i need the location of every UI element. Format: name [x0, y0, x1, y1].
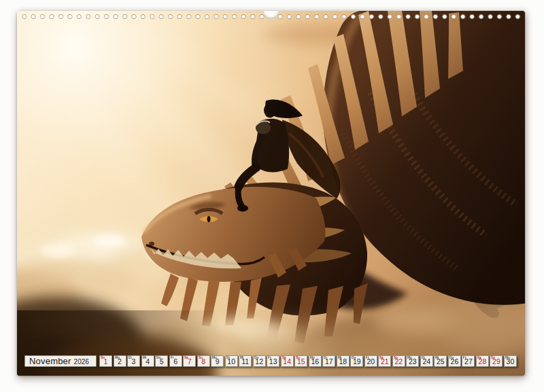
calendar-page: November 2026 So 1 Mo 2 Di — [17, 11, 525, 376]
day-cell: Mo 2 — [114, 355, 126, 367]
day-cell: Mi 4 — [141, 355, 154, 367]
day-cell: Fr 6 — [169, 355, 182, 367]
month-label: November — [29, 356, 71, 367]
day-cell: Do 5 — [155, 355, 168, 367]
day-cell: Di 17 — [322, 355, 335, 367]
day-cell: Do 26 — [448, 355, 461, 367]
day-number: 8 — [198, 358, 209, 366]
day-cells: So 1 Mo 2 Di 3 Mi 4 — [99, 355, 517, 367]
calendar-product-photo: November 2026 So 1 Mo 2 Di — [0, 0, 544, 392]
day-cell: Mi 25 — [434, 355, 447, 367]
day-number: 25 — [435, 358, 446, 366]
day-cell: So 8 — [197, 355, 210, 367]
day-cell: Sa 14 — [281, 355, 294, 367]
day-cell: Fr 27 — [462, 355, 475, 367]
date-strip: November 2026 So 1 Mo 2 Di — [24, 355, 517, 367]
day-number: 5 — [156, 358, 167, 366]
day-number: 27 — [462, 358, 474, 366]
day-cell: Sa 7 — [183, 355, 196, 367]
day-cell: Sa 28 — [476, 355, 489, 367]
calendar-artwork — [17, 11, 525, 376]
day-number: 19 — [351, 358, 362, 366]
day-cell: Do 12 — [253, 355, 266, 367]
day-number: 18 — [337, 358, 349, 366]
day-number: 24 — [421, 358, 432, 366]
day-number: 7 — [184, 358, 195, 366]
day-cell: Fr 20 — [364, 355, 377, 367]
day-number: 15 — [295, 358, 307, 366]
day-cell: Mo 30 — [504, 355, 517, 367]
day-cell: Sa 21 — [378, 355, 391, 367]
day-number: 12 — [254, 358, 265, 366]
foreground-haze — [17, 11, 525, 376]
day-number: 6 — [170, 358, 182, 366]
day-number: 30 — [505, 358, 516, 366]
month-box: November 2026 — [24, 355, 97, 367]
day-cell: Mo 9 — [211, 355, 224, 367]
day-number: 23 — [407, 358, 418, 366]
day-number: 11 — [239, 358, 251, 366]
day-cell: So 29 — [490, 355, 503, 367]
day-number: 16 — [309, 358, 321, 366]
day-cell: So 1 — [99, 355, 112, 367]
day-number: 21 — [379, 358, 390, 366]
day-cell: Di 10 — [225, 355, 238, 367]
day-number: 13 — [267, 358, 279, 366]
day-cell: Do 19 — [350, 355, 363, 367]
day-cell: So 15 — [294, 355, 307, 367]
day-number: 26 — [449, 358, 460, 366]
day-number: 9 — [211, 358, 223, 366]
day-number: 29 — [490, 358, 502, 366]
day-cell: Di 24 — [420, 355, 433, 367]
day-cell: Mi 18 — [337, 355, 350, 367]
day-number: 3 — [128, 358, 139, 366]
day-number: 4 — [142, 358, 154, 366]
day-cell: Mo 16 — [309, 355, 322, 367]
day-number: 14 — [282, 358, 293, 366]
day-number: 20 — [365, 358, 377, 366]
day-number: 10 — [226, 358, 237, 366]
day-number: 28 — [477, 358, 488, 366]
day-number: 2 — [114, 358, 126, 366]
day-number: 17 — [323, 358, 335, 366]
day-cell: Mo 23 — [406, 355, 419, 367]
day-number: 22 — [393, 358, 405, 366]
day-cell: Di 3 — [127, 355, 140, 367]
day-cell: Fr 13 — [267, 355, 279, 367]
year-label: 2026 — [74, 357, 89, 367]
day-cell: So 22 — [392, 355, 405, 367]
day-cell: Mi 11 — [239, 355, 252, 367]
day-number: 1 — [100, 358, 112, 366]
